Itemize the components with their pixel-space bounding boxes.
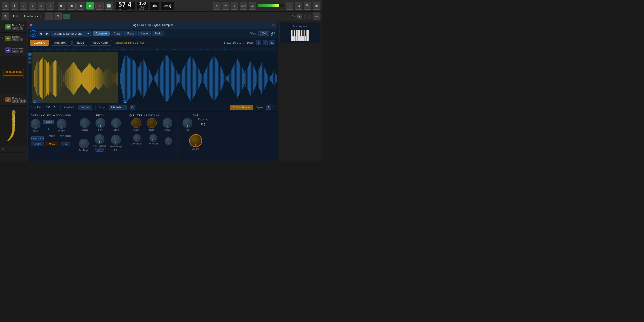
glide-knob[interactable] bbox=[111, 118, 121, 128]
save-button[interactable]: ↓ bbox=[28, 2, 36, 10]
edit-menu-button[interactable]: Edit bbox=[11, 14, 20, 19]
speed-stepper[interactable]: ▲ ▼ bbox=[272, 105, 274, 109]
black-key-cs[interactable] bbox=[292, 30, 294, 36]
black-key-fs[interactable] bbox=[300, 30, 301, 36]
stop-button[interactable]: ⏹ bbox=[76, 2, 85, 10]
white-key-f[interactable] bbox=[298, 30, 300, 41]
track-item-chopped-brass[interactable]: 22 🎺 Chopped Brass M S R I bbox=[0, 94, 27, 106]
tab-one-shot[interactable]: ONE SHOT bbox=[50, 40, 72, 46]
midi-button[interactable]: 1234 bbox=[240, 2, 247, 10]
add-track-button[interactable]: + bbox=[45, 12, 53, 20]
preset-prev-button[interactable]: ◀ bbox=[38, 31, 43, 36]
settings-button[interactable]: ⚙ bbox=[270, 40, 275, 46]
pan-knob[interactable] bbox=[182, 118, 192, 128]
loop-mode-select[interactable]: Alternate ⌄ bbox=[109, 105, 126, 110]
redo-button[interactable]: Redo bbox=[152, 31, 164, 36]
drive-knob[interactable] bbox=[162, 118, 172, 128]
power-button[interactable]: ⏻ bbox=[30, 30, 36, 37]
pencil-tool-button[interactable]: ✏ bbox=[222, 2, 230, 10]
preset-dropdown[interactable]: Dramatic String Drone ▾ bbox=[51, 31, 92, 36]
tab-slice[interactable]: SLICE bbox=[72, 40, 88, 46]
mute-button-solaris[interactable]: M bbox=[12, 38, 16, 41]
solo-button-drum-synth[interactable]: S bbox=[16, 26, 19, 30]
fast-forward-button[interactable]: ⏭ bbox=[67, 2, 76, 10]
root-key-value[interactable]: C#3 bbox=[46, 106, 50, 109]
playback-mode-select[interactable]: Forward bbox=[78, 105, 92, 110]
track-item-solaris[interactable]: 5 ▶ Solaris M S R bbox=[0, 33, 27, 44]
undo-button[interactable]: Undo bbox=[138, 31, 151, 36]
reso-knob[interactable] bbox=[147, 118, 157, 128]
window-maximize-button[interactable] bbox=[272, 24, 275, 26]
undo-history-button[interactable]: ↺ bbox=[38, 2, 45, 10]
new-file-button[interactable]: ⊞ bbox=[2, 2, 10, 10]
lfo1-tab[interactable]: LFO 1 bbox=[31, 114, 42, 117]
bend-range-knob[interactable] bbox=[111, 135, 121, 145]
polyphony-arrows[interactable]: ▲ ▼ bbox=[204, 122, 206, 126]
tab-classic[interactable]: CLASSIC bbox=[30, 40, 49, 46]
cycle-button[interactable]: 🔄 bbox=[105, 2, 113, 10]
loop-end-button[interactable]: ✕ bbox=[38, 100, 42, 103]
playback-start-button[interactable]: ◀ bbox=[123, 100, 127, 103]
waveform-display[interactable]: ▾ bbox=[31, 136, 44, 141]
mode-value[interactable]: Mono bbox=[46, 142, 58, 146]
keyscale-knob[interactable] bbox=[149, 134, 157, 142]
position-display[interactable]: 57 BAR 4 BEAT bbox=[116, 1, 135, 10]
tempo-display[interactable]: 150 KEEP TEMPO bbox=[137, 1, 149, 10]
lfo2-tab[interactable]: LFO 2 bbox=[44, 114, 55, 117]
view-percentage[interactable]: 100% bbox=[258, 31, 269, 36]
loop-tool-button[interactable]: ↺ bbox=[28, 52, 32, 56]
volume-knob[interactable] bbox=[189, 134, 202, 147]
polyphony-stepper[interactable]: 8 ▲ ▼ bbox=[201, 122, 206, 126]
record-arm-synth-pad[interactable]: R bbox=[20, 50, 23, 53]
fade-in-button[interactable]: Fade In bbox=[43, 120, 54, 124]
key-tracking-value[interactable]: ON bbox=[96, 148, 104, 152]
track-options-button[interactable]: ⊟ bbox=[54, 12, 62, 20]
waveform-value[interactable]: Bipolar bbox=[31, 142, 44, 146]
record-arm-chopped-brass[interactable]: R bbox=[20, 100, 23, 103]
edit-waveform-button[interactable]: ✎ bbox=[28, 56, 32, 60]
window-close-button[interactable] bbox=[30, 24, 32, 26]
warning-button[interactable]: ⚠ bbox=[249, 2, 256, 10]
tab-recorder[interactable]: RECORDER bbox=[89, 40, 112, 46]
compare-button[interactable]: Compare bbox=[93, 31, 110, 36]
root-key-cents[interactable]: 0 c bbox=[54, 106, 58, 109]
bar-adjust-up[interactable]: ▲ bbox=[298, 14, 302, 19]
solo-button-chopped-brass[interactable]: S bbox=[16, 100, 19, 103]
link-button[interactable]: 🔗 bbox=[270, 32, 275, 36]
rewind-button[interactable]: ⏮ bbox=[58, 2, 66, 10]
bend-range-stepper[interactable]: 2 ▲ ▼ bbox=[114, 148, 118, 152]
editor-button[interactable]: ⊡ bbox=[295, 2, 302, 10]
ping-button[interactable]: ⟳ bbox=[130, 105, 135, 110]
record-arm-solaris[interactable]: R bbox=[20, 38, 23, 41]
time-sig-display[interactable]: 4/4 bbox=[150, 1, 159, 10]
mod-matrix-tab[interactable]: MOD MATRIX bbox=[56, 114, 71, 117]
coarse-knob[interactable] bbox=[80, 118, 90, 128]
mixer-button[interactable]: ≡ bbox=[286, 2, 294, 10]
mute-button-chopped-brass[interactable]: M bbox=[12, 100, 16, 103]
view-toggle[interactable] bbox=[304, 14, 311, 19]
info-button[interactable]: ℹ bbox=[11, 2, 18, 10]
key-trigger-value[interactable]: ON bbox=[61, 142, 70, 146]
split-button[interactable]: ⁝ bbox=[46, 2, 54, 10]
key-tracking-knob[interactable] bbox=[94, 134, 104, 144]
audio-file-name[interactable]: Orchestra Strings 27.caf ⌄ bbox=[115, 41, 147, 44]
record-arm-drum-synth[interactable]: R bbox=[20, 26, 23, 30]
waveform-body[interactable]: ↺ ✎ ⤢ bbox=[28, 52, 277, 103]
paste-button[interactable]: Paste bbox=[124, 31, 137, 36]
copy-button[interactable]: Copy bbox=[111, 31, 123, 36]
help-button[interactable]: ? bbox=[20, 2, 27, 10]
play-button[interactable]: ▶ bbox=[86, 2, 94, 10]
pitch-env-depth-knob[interactable] bbox=[79, 139, 89, 148]
zoom-width-button[interactable]: ↔ bbox=[263, 40, 268, 45]
black-key-ds[interactable] bbox=[295, 30, 296, 36]
preset-next-button[interactable]: ▶ bbox=[44, 31, 50, 36]
filter-env-depth-knob[interactable] bbox=[133, 134, 141, 142]
key-display[interactable]: Dmaj bbox=[160, 1, 174, 10]
waveform-canvas[interactable]: ▶ ✕ ◀ bbox=[32, 52, 277, 103]
filter-type-select[interactable]: LP 12dB Lush bbox=[144, 114, 160, 117]
close-x-button[interactable]: ✕ bbox=[213, 2, 220, 10]
white-key-c2[interactable] bbox=[306, 30, 309, 41]
snap-button[interactable]: S bbox=[231, 2, 238, 10]
zoom-height-button[interactable]: ↕ bbox=[256, 40, 261, 45]
loop-start-button[interactable]: ▶ bbox=[33, 100, 37, 103]
